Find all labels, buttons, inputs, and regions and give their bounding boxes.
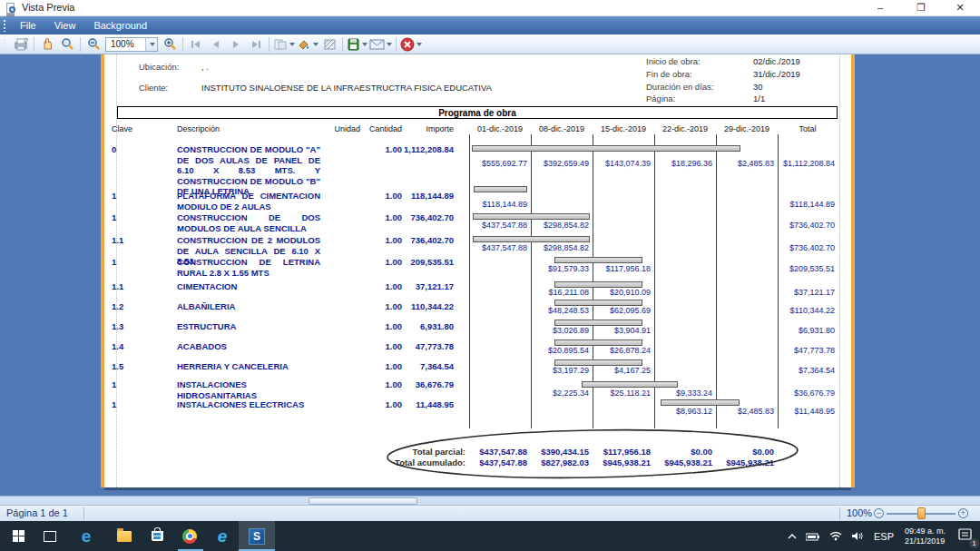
page-right-edge	[851, 54, 855, 487]
notification-badge: 1	[969, 538, 979, 548]
row-total: $11,448.95	[756, 407, 835, 416]
speaker-icon[interactable]	[851, 531, 864, 541]
task-view-button[interactable]	[34, 521, 65, 551]
row-descripcion: INSTALACIONES ELECTRICAS	[177, 399, 320, 410]
background-color-button[interactable]	[296, 35, 319, 54]
watermark-button[interactable]	[319, 35, 339, 54]
menu-view[interactable]: View	[45, 16, 85, 34]
first-page-button[interactable]	[186, 35, 206, 54]
restore-button[interactable]: ❐	[903, 0, 939, 16]
internet-explorer-icon[interactable]: e	[207, 521, 238, 551]
minimize-button[interactable]: –	[862, 0, 898, 16]
start-button[interactable]	[4, 521, 34, 551]
file-explorer-icon[interactable]	[109, 521, 140, 551]
toolbar-grip2	[3, 38, 7, 51]
close-button[interactable]: ✕	[942, 0, 978, 16]
separator	[182, 37, 183, 52]
svg-text:?: ?	[24, 37, 28, 44]
gantt-bar	[661, 399, 740, 406]
zoom-combobox[interactable]: 100%	[105, 37, 158, 52]
wifi-icon[interactable]	[829, 531, 842, 541]
separator	[839, 507, 840, 520]
edge-icon[interactable]: e	[71, 521, 102, 551]
taskbar: e e S ESP 09:49 a. m. 21/11/2019 1	[0, 521, 980, 551]
window-title: Vista Previa	[22, 2, 75, 13]
tray-chevron-icon[interactable]	[788, 533, 797, 540]
zoom-out-control[interactable]: –	[874, 508, 884, 518]
document-page: Ubicación: , . Cliente: INSTITUTO SINALO…	[104, 54, 851, 487]
last-page-button[interactable]	[246, 35, 266, 54]
gantt-week-value: $8,963.12	[654, 407, 712, 416]
zoom-dropdown[interactable]	[145, 38, 157, 51]
status-bar: Página 1 de 1 100% – +	[0, 505, 980, 521]
battery-icon[interactable]	[806, 532, 820, 541]
preview-area[interactable]: Ubicación: , . Cliente: INSTITUTO SINALO…	[0, 54, 980, 496]
menu-bar: File View Background	[0, 16, 980, 34]
zoom-slider-thumb[interactable]	[917, 507, 926, 519]
tray-date: 21/11/2019	[905, 536, 945, 546]
separator	[80, 37, 81, 52]
menu-background[interactable]: Background	[84, 16, 156, 34]
zoom-value: 100%	[106, 39, 145, 49]
row-clave: 1	[112, 399, 166, 410]
zoom-in-button[interactable]	[160, 35, 180, 54]
toolbar-grip	[3, 19, 7, 32]
page-indicator: Página 1 de 1	[6, 507, 68, 518]
clock[interactable]: 09:49 a. m. 21/11/2019	[905, 526, 946, 546]
zoom-in-control[interactable]: +	[958, 508, 968, 518]
annotation-ellipse	[384, 427, 801, 481]
notification-center-icon[interactable]: 1	[958, 528, 973, 545]
preview-app-icon[interactable]: S	[241, 521, 272, 551]
horizontal-scrollbar[interactable]	[0, 496, 980, 505]
separator	[342, 37, 343, 52]
separator	[34, 37, 34, 52]
email-button[interactable]	[368, 35, 393, 54]
language-indicator[interactable]: ESP	[874, 531, 894, 542]
save-button[interactable]	[346, 35, 368, 54]
store-icon[interactable]	[142, 521, 172, 551]
print-button[interactable]: ?	[11, 35, 31, 54]
close-preview-button[interactable]	[399, 35, 423, 54]
zoom-tool-button[interactable]	[57, 35, 77, 54]
tray-time: 09:49 a. m.	[905, 526, 946, 536]
prev-page-button[interactable]	[206, 35, 226, 54]
zoom-out-button[interactable]	[83, 35, 103, 54]
pan-hand-button[interactable]	[37, 35, 57, 54]
window-titlebar: Vista Previa – ❐ ✕	[0, 0, 980, 16]
row-importe: 11,448.95	[377, 399, 454, 410]
scrollbar-thumb[interactable]	[309, 497, 417, 505]
next-page-button[interactable]	[226, 35, 246, 54]
separator	[396, 37, 397, 52]
app-icon	[5, 2, 17, 15]
separator	[83, 507, 84, 520]
menu-file[interactable]: File	[11, 16, 45, 34]
toolbar: ? 100%	[0, 34, 980, 54]
table-row: 1INSTALACIONES ELECTRICAS1.0011,448.95$8…	[104, 54, 851, 487]
multiple-pages-button[interactable]	[272, 35, 296, 54]
statusbar-zoom-value: 100%	[847, 507, 872, 518]
separator	[269, 37, 270, 52]
chrome-icon[interactable]	[174, 521, 205, 551]
